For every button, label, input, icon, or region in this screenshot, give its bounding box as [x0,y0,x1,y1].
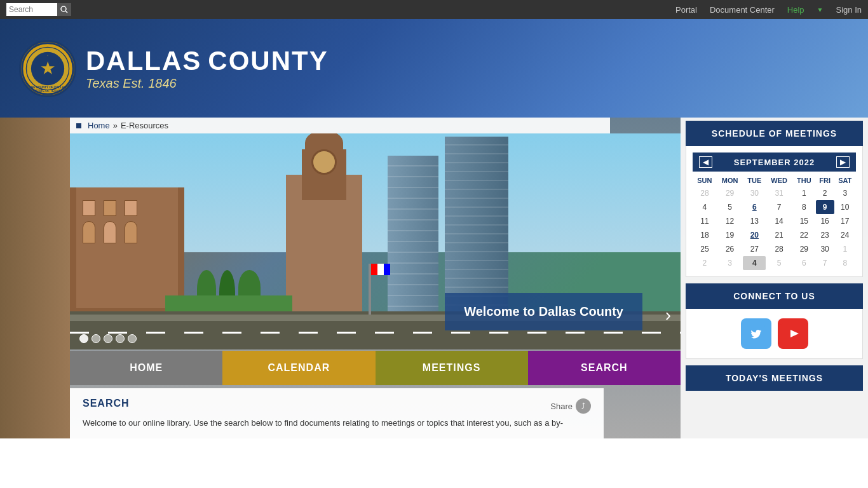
calendar-day: 26 [717,242,743,256]
svg-point-0 [61,6,66,11]
calendar-week-3: 18192021222324 [693,228,856,242]
calendar-nav: ◀ SEPTEMBER 2022 ▶ [693,152,856,172]
breadcrumb: Home » E-Resources [70,118,610,133]
main-layout: Home » E-Resources [0,118,868,438]
slide-dot-4[interactable] [116,334,125,343]
search-input[interactable] [6,3,57,16]
calendar-week-5: 2345678 [693,256,856,270]
calendar-day: 12 [717,214,743,228]
calendar-day: 5 [766,256,792,270]
share-button[interactable]: ⤴ [576,398,591,414]
cal-day-sat: SAT [834,175,856,186]
breadcrumb-separator: » [113,121,118,130]
calendar-day: 19 [717,228,743,242]
calendar-day: 13 [743,214,766,228]
meetings-button[interactable]: MEETINGS [376,351,528,385]
breadcrumb-current: E-Resources [121,121,168,130]
calendar-day[interactable]: 20 [743,228,766,242]
dallas-text: DALLAS [86,46,201,76]
calendar-day: 2 [693,256,717,270]
calendar-day: 14 [766,214,792,228]
calendar-day: 31 [766,186,792,200]
county-seal: THE COUNTY OF DALLAS STATE OF TEXAS [19,40,76,97]
calendar-header-row: SUN MON TUE WED THU FRI SAT [693,175,856,186]
road-line [70,332,681,334]
calendar-body: 2829303112345678910111213141516171819202… [693,186,856,270]
top-nav: Portal Document Center Help ▼ Sign In [675,5,862,15]
slide-dot-2[interactable] [92,334,100,343]
site-header: THE COUNTY OF DALLAS STATE OF TEXAS DALL… [0,19,868,118]
portal-link[interactable]: Portal [675,5,697,15]
calendar-day: 30 [816,242,834,256]
calendar-button[interactable]: CALENDAR [222,351,375,385]
share-bar: Share ⤴ [550,398,591,414]
youtube-button[interactable] [778,318,808,349]
calendar-widget: ◀ SEPTEMBER 2022 ▶ SUN MON TUE WED THU F… [686,146,863,277]
calendar-day: 29 [717,186,743,200]
calendar-day[interactable]: 4 [743,256,766,270]
calendar-day: 27 [743,242,766,256]
calendar-day: 15 [792,214,816,228]
calendar-day[interactable]: 9 [816,200,834,214]
clock-tower [286,175,362,315]
cal-day-wed: WED [766,175,792,186]
connect-body [686,309,863,359]
center-column: Home » E-Resources [70,118,681,438]
calendar-week-0: 28293031123 [693,186,856,200]
calendar-month-title: SEPTEMBER 2022 [734,158,815,167]
calendar-day: 7 [766,200,792,214]
calendar-day: 11 [693,214,717,228]
calendar-day: 1 [834,242,856,256]
breadcrumb-home[interactable]: Home [88,121,110,130]
calendar-table: SUN MON TUE WED THU FRI SAT 282930311234… [693,175,856,270]
slide-dot-1[interactable] [79,334,88,343]
slide-next-button[interactable]: › [665,305,671,325]
calendar-day: 3 [717,256,743,270]
connect-header: CONNECT TO US [686,283,863,309]
nav-buttons: HOME CALENDAR MEETINGS SEARCH [70,351,681,385]
calendar-day: 22 [792,228,816,242]
cal-day-tue: TUE [743,175,766,186]
twitter-button[interactable] [741,318,771,349]
logo-area: THE COUNTY OF DALLAS STATE OF TEXAS DALL… [19,40,329,97]
slide-dot-3[interactable] [104,334,112,343]
slideshow-dots [79,334,137,343]
calendar-day: 28 [766,242,792,256]
logo-subtitle: Texas Est. 1846 [86,76,329,91]
breadcrumb-bullet [76,123,81,128]
home-button[interactable]: HOME [70,351,222,385]
calendar-day: 7 [816,256,834,270]
calendar-day: 16 [816,214,834,228]
search-button[interactable] [57,3,71,16]
svg-text:THE COUNTY OF DALLAS: THE COUNTY OF DALLAS [29,85,66,88]
cal-day-sun: SUN [693,175,717,186]
cal-day-mon: MON [717,175,743,186]
help-link[interactable]: Help ▼ [787,5,824,15]
slide-caption: Welcome to Dallas County [445,293,642,330]
cal-day-thu: THU [792,175,816,186]
today-meetings-header: TODAY'S MEETINGS [686,365,863,391]
calendar-day: 4 [693,200,717,214]
calendar-day: 23 [816,228,834,242]
calendar-day[interactable]: 6 [743,200,766,214]
slide-dot-5[interactable] [128,334,137,343]
search-nav-button[interactable]: SEARCH [528,351,681,385]
document-center-link[interactable]: Document Center [710,5,775,15]
calendar-day: 28 [693,186,717,200]
top-bar: Portal Document Center Help ▼ Sign In [0,0,868,19]
calendar-prev-button[interactable]: ◀ [699,156,712,168]
calendar-day: 25 [693,242,717,256]
right-sidebar: SCHEDULE OF MEETINGS ◀ SEPTEMBER 2022 ▶ … [681,118,868,438]
search-section: SEARCH Share ⤴ Welcome to our online lib… [70,388,604,438]
calendar-day: 3 [834,186,856,200]
calendar-day: 8 [792,200,816,214]
calendar-day: 18 [693,228,717,242]
calendar-next-button[interactable]: ▶ [836,156,850,168]
glass-building-2 [445,137,508,315]
calendar-day: 10 [834,200,856,214]
svg-marker-5 [36,55,59,78]
search-form [6,3,71,16]
calendar-day: 8 [834,256,856,270]
signin-link[interactable]: Sign In [836,5,862,15]
help-dropdown-icon: ▼ [817,6,824,13]
